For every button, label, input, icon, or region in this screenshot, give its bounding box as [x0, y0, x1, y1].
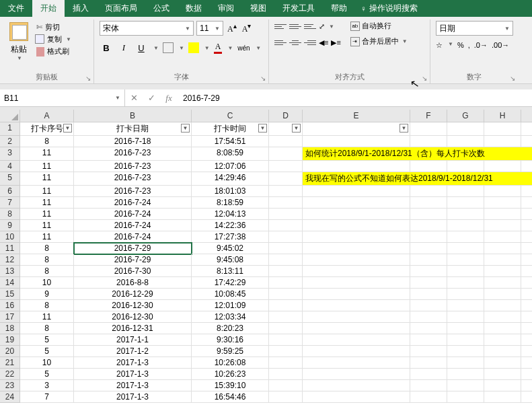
cell-B9[interactable]: 2016-7-24: [74, 220, 192, 231]
cell-B8[interactable]: 2016-7-24: [74, 209, 192, 220]
cell-1B[interactable]: 打卡日期▼: [74, 122, 192, 136]
row-header-1[interactable]: 1: [0, 122, 20, 136]
menu-数据[interactable]: 数据: [178, 0, 210, 17]
cell-I10[interactable]: [521, 231, 532, 243]
align-top-button[interactable]: [274, 21, 287, 32]
wrap-text-button[interactable]: ab自动换行: [350, 21, 408, 31]
cell-B19[interactable]: 2017-1-1: [74, 334, 192, 346]
menu-帮助[interactable]: 帮助: [323, 0, 355, 17]
fill-color-button[interactable]: [188, 42, 199, 53]
cell-H7[interactable]: [484, 197, 521, 209]
cell-B15[interactable]: 2016-12-29: [74, 289, 192, 300]
cell-E23[interactable]: [303, 380, 410, 391]
decrease-font-size-button[interactable]: A▾: [241, 22, 253, 34]
decrease-indent-button[interactable]: ◀≡: [319, 38, 328, 47]
cell-I20[interactable]: [521, 346, 532, 357]
cell-H20[interactable]: [484, 346, 521, 357]
align-middle-button[interactable]: [289, 21, 301, 32]
row-header-2[interactable]: 2: [0, 136, 20, 147]
cell-G17[interactable]: [447, 311, 484, 323]
cell-A15[interactable]: 9: [20, 289, 74, 300]
menu-页面布局[interactable]: 页面布局: [97, 0, 145, 17]
cell-H23[interactable]: [484, 380, 521, 391]
cell-D8[interactable]: [269, 209, 303, 220]
cell-D16[interactable]: [269, 300, 303, 311]
cell-E19[interactable]: [303, 334, 410, 346]
cell-F10[interactable]: [410, 231, 447, 243]
cell-G16[interactable]: [447, 300, 484, 311]
cell-D10[interactable]: [269, 231, 303, 243]
row-header-14[interactable]: 14: [0, 277, 20, 289]
cell-E16[interactable]: [303, 300, 410, 311]
cell-A10[interactable]: 11: [20, 231, 74, 243]
spreadsheet-grid[interactable]: ABCDEFGHI1打卡序号▼打卡日期▼打卡时间▼▼▼282016-7-1817…: [0, 110, 532, 403]
formula-input[interactable]: 2016-7-29: [178, 93, 532, 103]
cell-G21[interactable]: [447, 357, 484, 369]
cell-A12[interactable]: 8: [20, 254, 74, 266]
row-header-6[interactable]: 6: [0, 186, 20, 197]
cell-B16[interactable]: 2016-12-30: [74, 300, 192, 311]
cell-F18[interactable]: [410, 323, 447, 334]
cell-E14[interactable]: [303, 277, 410, 289]
merge-center-button[interactable]: ⇥合并后居中▼: [350, 36, 408, 46]
cell-G20[interactable]: [447, 346, 484, 357]
cell-B3[interactable]: 2016-7-23: [74, 147, 192, 161]
cell-C22[interactable]: 10:26:23: [192, 369, 269, 380]
cell-H18[interactable]: [484, 323, 521, 334]
cell-A24[interactable]: 7: [20, 391, 74, 403]
menu-视图[interactable]: 视图: [242, 0, 274, 17]
filter-dropdown-icon[interactable]: ▼: [258, 124, 267, 133]
cell-A22[interactable]: 5: [20, 369, 74, 380]
cell-B17[interactable]: 2016-12-30: [74, 311, 192, 323]
cell-F4[interactable]: [410, 161, 447, 172]
cell-H17[interactable]: [484, 311, 521, 323]
cell-E8[interactable]: [303, 209, 410, 220]
align-center-button[interactable]: [289, 37, 301, 48]
cell-A13[interactable]: 8: [20, 266, 74, 277]
cell-D6[interactable]: [269, 186, 303, 197]
cell-H19[interactable]: [484, 334, 521, 346]
name-box[interactable]: B11▼: [0, 89, 125, 106]
cell-G23[interactable]: [447, 380, 484, 391]
cell-I4[interactable]: [521, 161, 532, 172]
cell-H24[interactable]: [484, 391, 521, 403]
italic-button[interactable]: I: [117, 41, 130, 54]
cell-E17[interactable]: [303, 311, 410, 323]
cell-F13[interactable]: [410, 266, 447, 277]
cell-I13[interactable]: [521, 266, 532, 277]
cell-G22[interactable]: [447, 369, 484, 380]
cell-C17[interactable]: 12:03:34: [192, 311, 269, 323]
dialog-launcher-icon[interactable]: ↘: [422, 75, 427, 82]
cell-B20[interactable]: 2017-1-2: [74, 346, 192, 357]
font-color-button[interactable]: A: [214, 42, 223, 54]
cell-E12[interactable]: [303, 254, 410, 266]
cell-A5[interactable]: 11: [20, 172, 74, 186]
cell-B2[interactable]: 2016-7-18: [74, 136, 192, 147]
cell-A19[interactable]: 5: [20, 334, 74, 346]
cell-A9[interactable]: 11: [20, 220, 74, 231]
menu-开发工具[interactable]: 开发工具: [274, 0, 323, 17]
row-header-21[interactable]: 21: [0, 357, 20, 369]
filter-dropdown-icon[interactable]: ▼: [181, 124, 190, 133]
dialog-launcher-icon[interactable]: ↘: [260, 75, 266, 82]
enter-button[interactable]: ✓: [143, 93, 160, 103]
cell-D21[interactable]: [269, 357, 303, 369]
row-header-18[interactable]: 18: [0, 323, 20, 334]
align-left-button[interactable]: [274, 37, 287, 48]
cell-I18[interactable]: [521, 323, 532, 334]
cell-C2[interactable]: 17:54:51: [192, 136, 269, 147]
cell-D14[interactable]: [269, 277, 303, 289]
cell-A8[interactable]: 11: [20, 209, 74, 220]
cell-I22[interactable]: [521, 369, 532, 380]
row-header-13[interactable]: 13: [0, 266, 20, 277]
row-header-3[interactable]: 3: [0, 147, 20, 161]
cell-C10[interactable]: 17:27:38: [192, 231, 269, 243]
cell-C7[interactable]: 8:18:59: [192, 197, 269, 209]
cell-I2[interactable]: [521, 136, 532, 147]
cell-H15[interactable]: [484, 289, 521, 300]
cell-I21[interactable]: [521, 357, 532, 369]
paste-button[interactable]: 粘贴 ▼: [5, 21, 32, 63]
row-header-20[interactable]: 20: [0, 346, 20, 357]
cell-A21[interactable]: 10: [20, 357, 74, 369]
row-header-4[interactable]: 4: [0, 161, 20, 172]
